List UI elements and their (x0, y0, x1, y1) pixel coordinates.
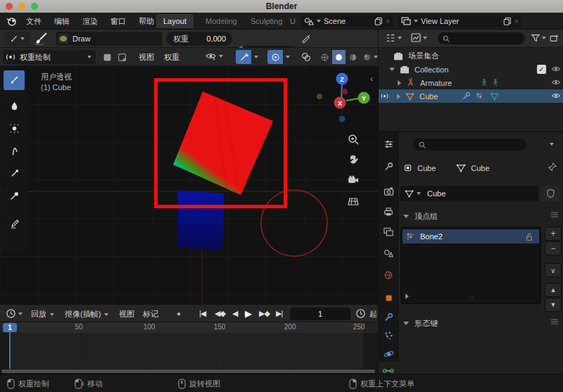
tab-particles[interactable] (379, 327, 398, 345)
eye-icon[interactable] (551, 65, 561, 73)
vertex-group-move-down-button[interactable]: ▼ (545, 298, 562, 312)
jump-to-start-button[interactable]: |◀ (199, 309, 205, 318)
scene-collection-label[interactable]: 场景集合 (408, 51, 439, 61)
menu-weights[interactable]: 权重 (160, 52, 183, 63)
tab-tool[interactable] (379, 158, 398, 176)
menu-playback[interactable]: 回放 (31, 309, 54, 320)
new-scene-icon[interactable] (374, 17, 383, 25)
snap-dropdown[interactable] (251, 50, 260, 64)
collapse-icon[interactable] (403, 215, 409, 218)
eye-icon[interactable] (551, 91, 561, 100)
list-filter-expand-icon[interactable] (405, 293, 409, 299)
brush-name[interactable]: Draw (72, 34, 91, 43)
play-reverse-button[interactable]: ◀ (232, 309, 237, 318)
panel-menu-icon[interactable] (550, 211, 559, 218)
view-layer-name[interactable]: View Layer (421, 17, 500, 25)
next-keyframe-button[interactable]: ▶◆ (259, 309, 270, 318)
workspace-tab-clipped[interactable]: U (289, 14, 297, 28)
tool-average-button[interactable] (4, 118, 25, 138)
scene-selector[interactable]: Scene × (301, 15, 393, 27)
pressure-toggle-icon[interactable] (301, 33, 311, 44)
scrollbar-thumb[interactable] (1, 369, 375, 373)
outliner-display-mode[interactable] (386, 33, 402, 43)
tab-output[interactable] (379, 203, 398, 221)
tab-object[interactable] (379, 289, 398, 307)
timeline-tracks[interactable] (0, 333, 378, 369)
timeline-scrollbar[interactable] (0, 369, 378, 374)
blender-logo-icon[interactable] (6, 15, 18, 27)
auto-keying-record-button[interactable]: ● (170, 308, 187, 320)
workspace-tab-modeling[interactable]: Modeling (198, 14, 244, 28)
shading-material-button[interactable] (346, 50, 360, 64)
unlink-scene-icon[interactable]: × (386, 17, 390, 25)
lock-open-icon[interactable] (525, 232, 533, 241)
weight-slider[interactable]: 权重 0.000 (166, 32, 232, 46)
outliner-row-cube-selected[interactable]: Cube (379, 89, 563, 103)
tab-view-layer[interactable] (379, 222, 398, 241)
mesh-name-value[interactable]: Cube (427, 189, 445, 198)
new-collection-icon[interactable] (549, 33, 559, 43)
view-layer-selector[interactable]: View Layer × (398, 15, 521, 27)
vertex-groups-list[interactable]: Bone2 ∷ (400, 227, 541, 304)
new-view-layer-icon[interactable] (503, 17, 512, 25)
tab-render[interactable] (379, 182, 398, 200)
tool-draw-button[interactable] (4, 70, 25, 90)
camera-view-button[interactable] (345, 172, 362, 189)
menu-markers[interactable]: 标记 (139, 309, 162, 320)
tool-annotate-button[interactable] (4, 214, 25, 234)
collection-label[interactable]: Collection (415, 65, 448, 74)
overlays-toggle[interactable] (298, 50, 314, 64)
tool-gradient-button[interactable] (4, 163, 25, 183)
prev-keyframe-button[interactable]: ◀◆ (215, 309, 225, 318)
tool-smear-button[interactable] (4, 141, 25, 160)
vertex-group-remove-button[interactable]: − (545, 241, 562, 255)
remove-view-layer-icon[interactable]: × (514, 17, 519, 25)
collapse-icon[interactable] (403, 322, 409, 325)
sidebar-toggle[interactable]: ‹ (370, 73, 373, 84)
tab-physics[interactable] (379, 345, 398, 363)
menu-view[interactable]: 视图 (135, 52, 158, 63)
outliner-row-scene-collection[interactable]: 场景集合 (379, 49, 563, 63)
outliner-search-input[interactable] (438, 32, 525, 44)
timeline-editor-type[interactable] (6, 308, 23, 319)
paint-mask-faces-toggle[interactable] (100, 50, 114, 64)
eye-icon[interactable] (551, 78, 561, 87)
paint-mask-verts-toggle[interactable] (115, 50, 129, 64)
proportional-edit-toggle[interactable] (267, 50, 283, 64)
outliner-filter-type[interactable] (411, 33, 427, 42)
shading-solid-button[interactable] (332, 50, 346, 64)
pin-icon[interactable] (548, 162, 557, 172)
vertex-group-item-selected[interactable]: Bone2 (403, 229, 539, 244)
clock-icon[interactable] (355, 308, 366, 319)
expand-icon[interactable] (398, 80, 401, 86)
menu-timeline-view[interactable]: 视图 (115, 309, 138, 320)
shading-wireframe-button[interactable] (318, 50, 331, 64)
menu-keying[interactable]: 抠像(插帧) (65, 309, 108, 320)
scene-name[interactable]: Scene (324, 17, 372, 25)
cube-label[interactable]: Cube (419, 92, 438, 101)
vertex-group-move-up-button[interactable]: ▲ (545, 283, 562, 297)
tab-modifiers[interactable] (379, 308, 398, 327)
play-button[interactable]: ▶ (245, 308, 251, 319)
properties-search-input[interactable] (412, 139, 526, 151)
properties-options-dropdown[interactable] (550, 143, 554, 146)
tool-blur-button[interactable] (4, 96, 25, 115)
vertex-group-add-button[interactable]: + (545, 227, 562, 241)
menu-render[interactable]: 渲染 (80, 15, 101, 27)
shading-rendered-button[interactable] (360, 50, 374, 64)
viewport-3d[interactable]: Z Y X 用户透视 (1) Cube (0, 66, 378, 304)
mode-selector[interactable]: 权重绘制 (3, 50, 96, 64)
jump-to-end-button[interactable]: ▶| (276, 309, 282, 318)
menu-window[interactable]: 窗口 (108, 15, 129, 27)
expand-icon[interactable] (397, 94, 400, 99)
brush-datablock[interactable]: Draw (56, 32, 162, 46)
armature-label[interactable]: Armature (420, 79, 452, 87)
vertex-group-specials-button[interactable]: ∨ (545, 263, 562, 277)
pan-view-button[interactable] (345, 151, 362, 168)
toggle-orthographic-button[interactable] (345, 193, 362, 210)
active-tool-selector[interactable] (4, 32, 30, 46)
playhead-frame-badge[interactable]: 1 (3, 323, 17, 332)
fake-user-shield-button[interactable] (541, 186, 559, 201)
collection-checkbox[interactable]: ✓ (537, 65, 546, 74)
filter-funnel-icon[interactable] (531, 33, 546, 43)
